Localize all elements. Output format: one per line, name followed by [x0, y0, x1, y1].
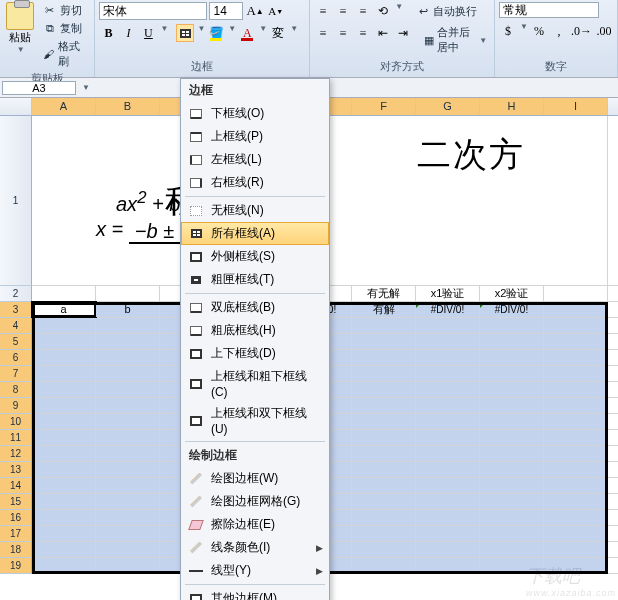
col-header[interactable]: B: [96, 98, 160, 115]
align-middle-button[interactable]: ≡: [334, 2, 352, 20]
menu-item-topbot[interactable]: 上下框线(D): [181, 342, 329, 365]
col-header[interactable]: F: [352, 98, 416, 115]
orientation-button[interactable]: ⟲: [374, 2, 392, 20]
cut-button[interactable]: ✂剪切: [40, 2, 91, 19]
menu-item-style[interactable]: 线型(Y)▶: [181, 559, 329, 582]
menu-item-out[interactable]: 外侧框线(S): [181, 245, 329, 268]
menu-item-dblbot[interactable]: 双底框线(B): [181, 296, 329, 319]
align-top-button[interactable]: ≡: [314, 2, 332, 20]
menu-separator: [185, 293, 325, 294]
row-header[interactable]: 5: [0, 334, 32, 350]
comma-button[interactable]: ,: [550, 22, 568, 40]
menu-separator: [185, 584, 325, 585]
merge-center-button[interactable]: ▦合并后居中▼: [421, 24, 490, 56]
row-header[interactable]: 3: [0, 302, 32, 318]
border-type-icon: [190, 594, 202, 601]
dec-decimal-button[interactable]: .00: [595, 22, 613, 40]
border-type-icon: [190, 178, 202, 188]
menu-item-erase[interactable]: 擦除边框(E): [181, 513, 329, 536]
menu-item-draw[interactable]: 绘图边框(W): [181, 467, 329, 490]
pencil-icon: [190, 473, 202, 485]
menu-item-thick[interactable]: 粗匣框线(T): [181, 268, 329, 291]
menu-item-more[interactable]: 其他边框(M)...: [181, 587, 329, 600]
select-all-corner[interactable]: [0, 98, 32, 115]
row-header[interactable]: 9: [0, 398, 32, 414]
align-right-button[interactable]: ≡: [354, 24, 372, 42]
align-left-button[interactable]: ≡: [314, 24, 332, 42]
row-header[interactable]: 16: [0, 510, 32, 526]
italic-button[interactable]: I: [119, 24, 137, 42]
border-type-icon: [190, 252, 202, 262]
copy-icon: ⧉: [43, 22, 57, 36]
name-box-input[interactable]: [2, 81, 76, 95]
align-bottom-button[interactable]: ≡: [354, 2, 372, 20]
border-type-icon: [190, 416, 202, 426]
menu-item-grid[interactable]: 绘图边框网格(G): [181, 490, 329, 513]
shrink-font-button[interactable]: A▼: [267, 2, 285, 20]
align-center-button[interactable]: ≡: [334, 24, 352, 42]
menu-item-bottom[interactable]: 下框线(O): [181, 102, 329, 125]
border-icon: [180, 29, 191, 38]
menu-item-all[interactable]: 所有框线(A): [181, 222, 329, 245]
menu-separator: [185, 196, 325, 197]
menu-item-right[interactable]: 右框线(R): [181, 171, 329, 194]
menu-section-title: 绘制边框: [181, 444, 329, 467]
format-painter-button[interactable]: 🖌格式刷: [40, 38, 91, 70]
font-color-button[interactable]: A: [238, 24, 256, 42]
row-header[interactable]: 2: [0, 286, 32, 302]
font-size-input[interactable]: [209, 2, 243, 20]
ribbon: 粘贴 ▼ ✂剪切 ⧉复制 🖌格式刷 剪贴板 A▲ A▼ B I U▼: [0, 0, 618, 78]
submenu-arrow-icon: ▶: [316, 566, 323, 576]
wrap-text-button[interactable]: ↩自动换行: [413, 2, 480, 20]
currency-button[interactable]: $: [499, 22, 517, 40]
indent-inc-button[interactable]: ⇥: [394, 24, 412, 42]
row-header[interactable]: 15: [0, 494, 32, 510]
phonetic-button[interactable]: 変: [269, 24, 287, 42]
active-cell[interactable]: a: [32, 302, 96, 317]
row-header[interactable]: 17: [0, 526, 32, 542]
menu-item-top[interactable]: 上框线(P): [181, 125, 329, 148]
row-header[interactable]: 7: [0, 366, 32, 382]
col-header[interactable]: I: [544, 98, 608, 115]
row-header[interactable]: 18: [0, 542, 32, 558]
row-header[interactable]: 10: [0, 414, 32, 430]
border-type-icon: [190, 349, 202, 359]
bold-button[interactable]: B: [99, 24, 117, 42]
border-type-icon: [190, 326, 202, 336]
number-format-select[interactable]: [499, 2, 599, 18]
paste-button[interactable]: 粘贴 ▼: [4, 2, 37, 70]
row-header[interactable]: 1: [0, 116, 32, 286]
col-header[interactable]: G: [416, 98, 480, 115]
menu-item-thickbot[interactable]: 粗底框线(H): [181, 319, 329, 342]
row-header[interactable]: 13: [0, 462, 32, 478]
menu-item-topdbl[interactable]: 上框线和双下框线(U): [181, 402, 329, 439]
border-type-icon: [190, 303, 202, 313]
error-indicator-icon: [480, 302, 486, 308]
col-header[interactable]: H: [480, 98, 544, 115]
underline-button[interactable]: U: [139, 24, 157, 42]
wrap-icon: ↩: [416, 4, 430, 18]
indent-dec-button[interactable]: ⇤: [374, 24, 392, 42]
row-header[interactable]: 4: [0, 318, 32, 334]
border-button[interactable]: [176, 24, 194, 42]
menu-item-left[interactable]: 左框线(L): [181, 148, 329, 171]
row-header[interactable]: 12: [0, 446, 32, 462]
menu-item-none[interactable]: 无框线(N): [181, 199, 329, 222]
menu-item-color[interactable]: 线条颜色(I)▶: [181, 536, 329, 559]
row-header[interactable]: 14: [0, 478, 32, 494]
row-header[interactable]: 8: [0, 382, 32, 398]
grow-font-button[interactable]: A▲: [245, 2, 264, 20]
col-header[interactable]: A: [32, 98, 96, 115]
inc-decimal-button[interactable]: .0→: [570, 22, 593, 40]
border-type-icon: [190, 109, 202, 119]
scissors-icon: ✂: [43, 4, 57, 18]
percent-button[interactable]: %: [530, 22, 548, 40]
pencil-icon: [190, 496, 202, 508]
fill-color-button[interactable]: 🪣: [207, 24, 225, 42]
menu-item-topthick[interactable]: 上框线和粗下框线(C): [181, 365, 329, 402]
row-header[interactable]: 6: [0, 350, 32, 366]
row-header[interactable]: 11: [0, 430, 32, 446]
row-header[interactable]: 19: [0, 558, 32, 574]
copy-button[interactable]: ⧉复制: [40, 20, 91, 37]
font-name-input[interactable]: [99, 2, 207, 20]
